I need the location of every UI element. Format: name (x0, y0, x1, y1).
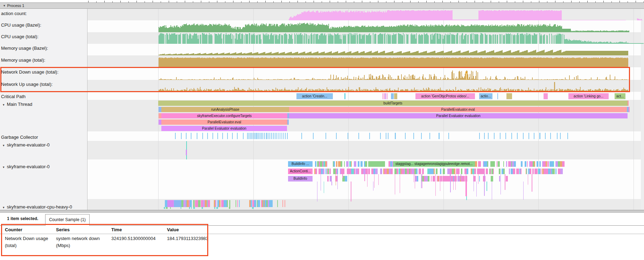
thread-main-thread[interactable]: ▾Main Thread (3, 102, 32, 107)
gc-tick (448, 133, 449, 139)
critical-path-span[interactable] (497, 93, 498, 99)
evaluator-span[interactable]: ActionConti... (288, 169, 313, 174)
evaluator-drip (474, 174, 474, 191)
critical-path-span[interactable]: action 'Creatin... (296, 93, 333, 99)
cpu-heavy-block[interactable] (174, 200, 181, 207)
evaluator-mosaic (487, 161, 488, 167)
critical-path-span[interactable] (506, 93, 512, 99)
critical-path-span[interactable] (385, 93, 386, 99)
collapse-triangle-icon[interactable]: ▾ (3, 103, 5, 107)
critical-path-span[interactable] (391, 93, 394, 99)
main-thread-span[interactable] (159, 107, 161, 112)
critical-path-span[interactable] (384, 93, 385, 99)
evaluator-mosaic (498, 161, 500, 167)
critical-path-span[interactable] (387, 93, 387, 99)
selection-status: 1 item selected. (7, 213, 38, 225)
collapse-triangle-icon[interactable]: ▾ (3, 144, 5, 147)
collapse-triangle-icon[interactable]: ▾ (3, 206, 5, 209)
gc-tick (560, 133, 561, 139)
timeline-tracks-area[interactable]: action 'Creatin...action 'GenObjcProtos … (88, 9, 644, 210)
cpu-heavy-mosaic (190, 200, 192, 207)
critical-path-span[interactable]: actio... (479, 93, 492, 99)
evaluator-mosaic (384, 169, 387, 174)
counter-chart-net_down[interactable] (88, 67, 644, 80)
evaluator-mosaic (344, 161, 345, 167)
process-header-bar[interactable]: ▾ Process 1 (0, 2, 644, 9)
main-thread-span[interactable]: runAnalysisPhase (161, 107, 289, 112)
table-header-divider (0, 234, 644, 234)
main-thread-span[interactable]: skyframeExecutor.configureTargets (161, 113, 287, 118)
evaluator-mosaic (532, 169, 534, 174)
detail-panel: 1 item selected. Counter Sample (1) Coun… (0, 213, 644, 260)
cell-time: 324190.51300000004 (111, 236, 156, 241)
main-thread-span[interactable]: Parallel Evaluator evaluation (289, 113, 628, 118)
critical-path-span[interactable]: action 'GenObjcProtos video/... (415, 93, 475, 99)
main-thread-span[interactable] (628, 101, 629, 106)
critical-path-span[interactable]: action 'Linking go... (568, 93, 609, 99)
evaluator-mosaic (467, 169, 468, 174)
evaluator-mosaic (454, 169, 455, 174)
evaluator-span[interactable]: BuildInfo ... (288, 161, 313, 167)
evaluator-mosaic (560, 169, 563, 174)
main-thread-span[interactable] (159, 113, 161, 118)
evaluator-drip (374, 174, 374, 188)
evaluator-drip (450, 174, 451, 192)
counter-chart-cpu_bazel[interactable] (88, 20, 644, 32)
evaluator-mosaic (397, 169, 398, 174)
collapse-triangle-icon[interactable]: ▾ (3, 165, 5, 169)
tab-counter-sample[interactable]: Counter Sample (1) (45, 214, 90, 226)
evaluator-a-mark-violet (186, 150, 187, 155)
main-thread-span[interactable]: ParallelEvaluator.eval (161, 119, 287, 125)
gc-tick (395, 133, 396, 139)
critical-path-span[interactable]: act... (615, 93, 625, 99)
gc-tick (494, 133, 495, 139)
main-thread-span[interactable]: buildTargets (158, 101, 628, 106)
cpu-heavy-tick (277, 200, 278, 207)
track-label-1-label: CPU usage (Bazel): (1, 22, 41, 28)
counter-chart-mem_bazel[interactable] (88, 44, 644, 55)
cpu-heavy-tick (282, 200, 283, 207)
evaluator-mosaic (336, 161, 337, 167)
evaluator-mosaic (480, 161, 481, 167)
track-label-panel: action count:CPU usage (Bazel):CPU usage… (0, 9, 88, 210)
timeline-ruler[interactable] (0, 0, 644, 2)
collapse-triangle-icon[interactable]: ▾ (4, 4, 5, 7)
cpu-heavy-underhang (170, 207, 171, 209)
main-thread-span[interactable] (629, 107, 630, 112)
counter-chart-action_count[interactable] (88, 9, 644, 20)
counter-chart-net_up[interactable] (88, 80, 644, 92)
main-thread-span[interactable]: ParallelEvaluator.eval (289, 107, 627, 112)
evaluator-span[interactable]: BuildInfo (288, 176, 313, 182)
cpu-heavy-block[interactable] (167, 200, 174, 207)
main-thread-span[interactable]: Parallel Evaluator evaluation (161, 126, 287, 131)
critical-path-span[interactable] (383, 93, 383, 99)
evaluator-mosaic (419, 169, 421, 174)
evaluator-mosaic (521, 161, 523, 167)
evaluator-mosaic (425, 176, 428, 182)
panel-splitter[interactable] (0, 210, 644, 213)
evaluator-mosaic (465, 176, 467, 182)
gc-tick (276, 133, 277, 139)
cpu-heavy-mosaic (251, 200, 252, 207)
critical-path-span[interactable] (344, 93, 345, 99)
main-thread-span[interactable] (287, 119, 289, 125)
evaluator-mosaic (555, 169, 556, 174)
evaluator-drip (455, 174, 456, 190)
main-thread-span[interactable] (159, 119, 161, 125)
evaluator-drip (500, 174, 501, 194)
evaluator-span[interactable] (368, 161, 385, 167)
critical-path-span[interactable] (394, 93, 397, 99)
evaluator-span[interactable]: staggstag... stagagemronstagigputeeotge.… (393, 161, 475, 167)
cell-counter-line1: Network Down usage (5, 236, 48, 241)
thread-skyframe-evaluator-cpu-heavy[interactable]: ▾skyframe-evaluator-cpu-heavy-0 (3, 204, 72, 210)
gc-tick (287, 133, 288, 139)
counter-chart-mem_total[interactable] (88, 55, 644, 67)
counter-chart-cpu_total[interactable] (88, 32, 644, 44)
critical-path-span[interactable] (544, 93, 548, 99)
evaluator-mosaic (508, 161, 511, 167)
thread-skyframe-evaluator-0a[interactable]: ▾skyframe-evaluator-0 (3, 142, 50, 148)
evaluator-mosaic (354, 161, 356, 167)
track-label-3: Memory usage (Bazel): (1, 46, 48, 51)
thread-skyframe-evaluator-0b[interactable]: ▾skyframe-evaluator-0 (3, 164, 50, 169)
gc-tick (545, 133, 546, 139)
